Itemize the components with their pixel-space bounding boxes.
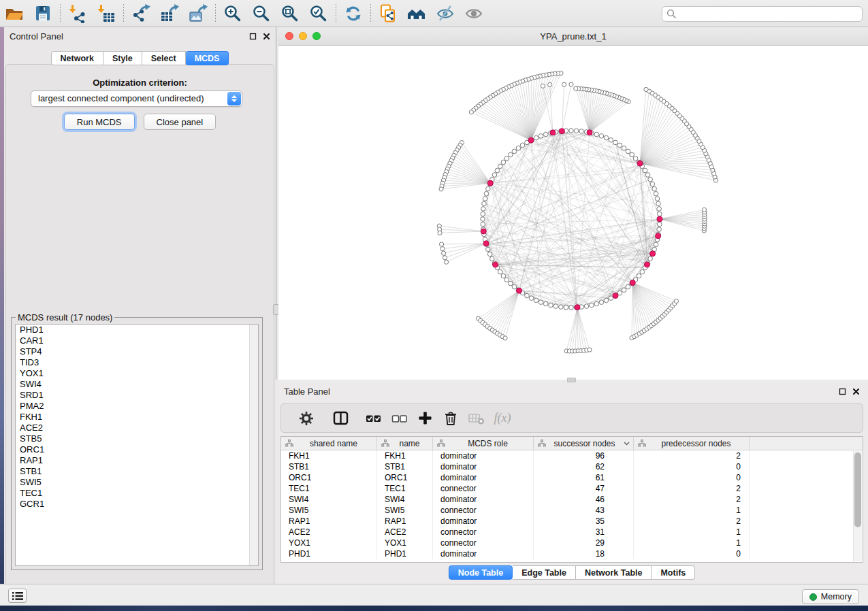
cell-successor-nodes[interactable]: 61	[534, 472, 634, 483]
cell-successor-nodes[interactable]: 35	[534, 516, 634, 527]
mcds-result-item[interactable]: STB1	[16, 466, 258, 477]
float-window-icon[interactable]	[839, 388, 846, 395]
tab-mcds[interactable]: MCDS	[186, 51, 229, 65]
cell-mcds-role[interactable]: dominator	[433, 472, 534, 483]
mcds-result-item[interactable]: GCR1	[16, 499, 258, 510]
run-mcds-button[interactable]: Run MCDS	[64, 114, 135, 130]
cell-name[interactable]: RAP1	[377, 516, 433, 527]
mcds-result-item[interactable]: ACE2	[16, 423, 258, 433]
cell-shared-name[interactable]: YOX1	[281, 538, 377, 548]
tab-select[interactable]: Select	[142, 51, 186, 65]
table-row[interactable]: TEC1TEC1connector472	[281, 483, 863, 494]
mcds-result-item[interactable]: TID3	[16, 357, 258, 368]
cell-predecessor-nodes[interactable]: 0	[634, 461, 750, 472]
cell-shared-name[interactable]: SWI4	[281, 494, 377, 505]
export-table-button[interactable]	[155, 1, 184, 26]
show-all-button[interactable]	[460, 1, 488, 26]
create-column-button[interactable]	[412, 406, 438, 431]
cell-mcds-role[interactable]: connector	[433, 483, 534, 494]
cell-predecessor-nodes[interactable]: 2	[634, 450, 750, 461]
zoom-in-button[interactable]	[219, 1, 247, 26]
table-row[interactable]: FKH1FKH1dominator962	[281, 450, 863, 461]
open-session-button[interactable]	[0, 1, 29, 26]
table-row[interactable]: SWI4SWI4dominator462	[281, 494, 863, 505]
network-window-titlebar[interactable]: YPA_prune.txt_1	[278, 27, 868, 46]
search-box[interactable]	[662, 6, 863, 22]
cell-shared-name[interactable]: FKH1	[281, 450, 377, 461]
mcds-result-item[interactable]: SWI4	[16, 379, 258, 390]
cell-mcds-role[interactable]: dominator	[433, 548, 534, 559]
tab-edge-table[interactable]: Edge Table	[513, 565, 576, 580]
cell-successor-nodes[interactable]: 47	[534, 483, 634, 494]
mcds-result-item[interactable]: PHD1	[16, 325, 258, 335]
cell-successor-nodes[interactable]: 31	[534, 527, 634, 538]
cell-shared-name[interactable]: ACE2	[281, 527, 377, 538]
cell-name[interactable]: FKH1	[377, 450, 433, 461]
cell-successor-nodes[interactable]: 29	[534, 538, 634, 548]
cell-predecessor-nodes[interactable]: 1	[634, 505, 750, 516]
delete-column-button[interactable]	[438, 406, 464, 431]
deselect-all-button[interactable]	[386, 406, 412, 431]
column-header-shared-name[interactable]: shared name	[281, 437, 377, 450]
cell-successor-nodes[interactable]: 46	[534, 494, 634, 505]
mcds-result-item[interactable]: FKH1	[16, 412, 258, 423]
tab-node-table[interactable]: Node Table	[449, 565, 513, 580]
close-icon[interactable]	[263, 33, 270, 40]
mcds-result-item[interactable]: TEC1	[16, 488, 258, 499]
home-button[interactable]	[402, 1, 431, 26]
zoom-selected-button[interactable]	[304, 1, 333, 26]
column-header-name[interactable]: name	[377, 437, 433, 450]
cell-mcds-role[interactable]: connector	[433, 505, 534, 516]
cell-name[interactable]: STB1	[377, 461, 433, 472]
cell-predecessor-nodes[interactable]: 2	[634, 483, 750, 494]
function-builder-button[interactable]: f(x)	[489, 406, 515, 431]
cell-successor-nodes[interactable]: 43	[534, 505, 634, 516]
cell-predecessor-nodes[interactable]: 1	[634, 527, 750, 538]
task-history-button[interactable]	[8, 589, 27, 603]
table-row[interactable]: SWI5SWI5connector431	[281, 505, 863, 516]
mcds-result-item[interactable]: STP4	[16, 346, 258, 357]
cell-mcds-role[interactable]: dominator	[433, 461, 534, 472]
cell-successor-nodes[interactable]: 18	[534, 548, 634, 559]
select-all-button[interactable]	[360, 406, 386, 431]
import-network-button[interactable]	[63, 1, 92, 26]
show-column-button[interactable]	[327, 406, 353, 431]
cell-predecessor-nodes[interactable]: 0	[634, 548, 750, 559]
network-from-clipboard-button[interactable]	[374, 1, 402, 26]
tab-motifs[interactable]: Motifs	[652, 565, 695, 580]
cell-name[interactable]: SWI4	[377, 494, 433, 505]
memory-button[interactable]: Memory	[802, 589, 859, 604]
tab-style[interactable]: Style	[103, 51, 142, 65]
cell-predecessor-nodes[interactable]: 0	[634, 472, 750, 483]
table-scrollbar[interactable]	[853, 451, 862, 561]
mcds-result-item[interactable]: YOX1	[16, 368, 258, 379]
import-table-button[interactable]	[92, 1, 120, 26]
cell-mcds-role[interactable]: dominator	[433, 494, 534, 505]
delete-table-button[interactable]	[464, 406, 489, 431]
cell-mcds-role[interactable]: dominator	[433, 516, 534, 527]
column-header-mcds-role[interactable]: MCDS role	[433, 437, 534, 450]
mcds-result-item[interactable]: STB5	[16, 433, 258, 444]
cell-mcds-role[interactable]: connector	[433, 527, 534, 538]
cell-name[interactable]: PHD1	[377, 548, 433, 559]
cell-shared-name[interactable]: PHD1	[281, 548, 377, 559]
tab-network-table[interactable]: Network Table	[576, 565, 652, 580]
mcds-result-item[interactable]: ORC1	[16, 444, 258, 455]
network-canvas[interactable]	[278, 46, 868, 380]
tab-network[interactable]: Network	[51, 51, 103, 65]
mcds-result-item[interactable]: SWI5	[16, 477, 258, 488]
table-row[interactable]: ORC1ORC1dominator610	[281, 472, 863, 483]
cell-successor-nodes[interactable]: 62	[534, 461, 634, 472]
table-settings-button[interactable]	[293, 406, 319, 431]
cell-predecessor-nodes[interactable]: 2	[634, 494, 750, 505]
refresh-button[interactable]	[339, 1, 368, 26]
hide-selected-button[interactable]	[431, 1, 460, 26]
cell-predecessor-nodes[interactable]: 2	[634, 516, 750, 527]
list-scrollbar[interactable]	[249, 325, 258, 565]
export-image-button[interactable]	[184, 1, 212, 26]
table-row[interactable]: RAP1RAP1dominator352	[281, 516, 863, 527]
cell-predecessor-nodes[interactable]: 1	[634, 538, 750, 548]
mcds-result-item[interactable]: CAR1	[16, 335, 258, 346]
table-row[interactable]: PHD1PHD1dominator180	[281, 548, 863, 559]
cell-shared-name[interactable]: TEC1	[281, 483, 377, 494]
